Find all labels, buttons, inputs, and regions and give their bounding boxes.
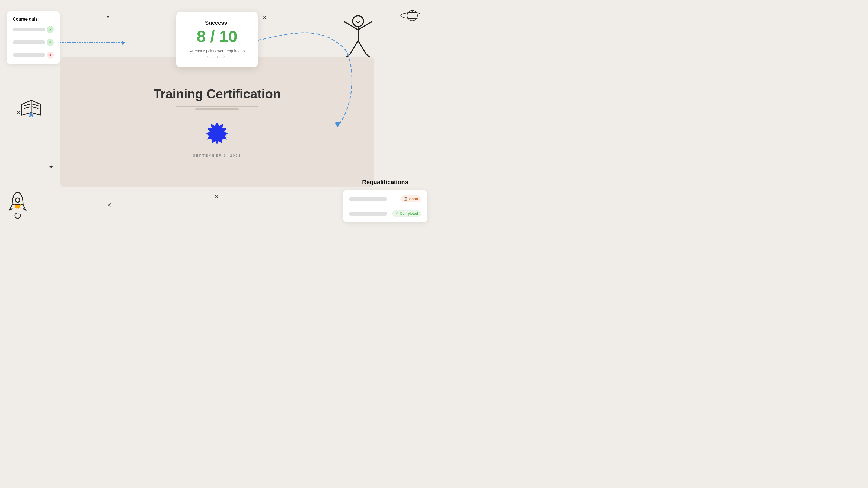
success-score: 8 / 10 [187,28,247,45]
svg-point-2 [411,11,413,13]
sparkle-2: ✕ [262,15,267,20]
quiz-check-2: ✓ [46,39,54,46]
quiz-row-1: ✓ [13,26,54,36]
quiz-check-3: ✕ [46,52,54,59]
book-illustration [19,98,43,117]
svg-point-5 [15,213,20,218]
completed-label: Completed [400,212,418,216]
sparkle-7: ✦ [49,164,54,169]
sparkle-6: ✕ [214,194,219,199]
soon-label: Soon [409,197,418,201]
cert-left-line [138,133,199,133]
certificate-area: Training Certification SEPTEMBER 6, 2023 [60,57,374,187]
requalifications-card: ⏳ Soon ✓ Completed [343,190,427,222]
left-dashed-arrow [60,42,125,43]
cert-right-line [235,133,296,133]
requal-row-2: ✓ Completed [349,210,421,217]
quiz-bar-3 [13,53,45,57]
sparkle-1: ✦ [106,14,111,20]
sparkle-8: ✕ [107,202,112,208]
success-card: Success! 8 / 10 At least 6 points were r… [176,12,258,67]
person-illustration [336,13,380,62]
svg-point-4 [16,198,20,202]
requal-bar-1 [349,197,387,201]
rocket-illustration [8,190,27,214]
hourglass-icon: ⏳ [404,197,408,201]
course-quiz-card: Course quiz ✓ ✓ ✕ [7,11,60,64]
svg-point-3 [352,16,364,27]
completed-badge: ✓ Completed [392,210,421,217]
quiz-row-3: ✕ [13,52,54,59]
quiz-bar-2 [13,40,45,44]
quiz-title: Course quiz [13,17,54,22]
certificate-date: SEPTEMBER 6, 2023 [193,154,241,158]
cert-seal [205,121,229,145]
cert-line-2 [195,108,239,110]
success-description: At least 6 points were required to pass … [187,48,247,60]
requal-bar-2 [349,212,387,216]
requalifications-section: Requalifications ⏳ Soon ✓ Completed [343,178,427,222]
cert-seal-line [138,121,296,145]
svg-marker-7 [206,122,227,145]
success-label: Success! [187,20,247,26]
check-circle-icon: ✓ [396,212,399,216]
requalifications-title: Requalifications [343,178,427,186]
planet-illustration [393,8,421,23]
quiz-bar-1 [13,28,45,31]
requal-row-1: ⏳ Soon [349,195,421,206]
cert-line-1 [176,106,258,107]
quiz-check-1: ✓ [46,26,54,33]
quiz-row-2: ✓ [13,39,54,49]
certificate-title: Training Certification [153,87,280,101]
soon-badge: ⏳ Soon [400,195,422,202]
